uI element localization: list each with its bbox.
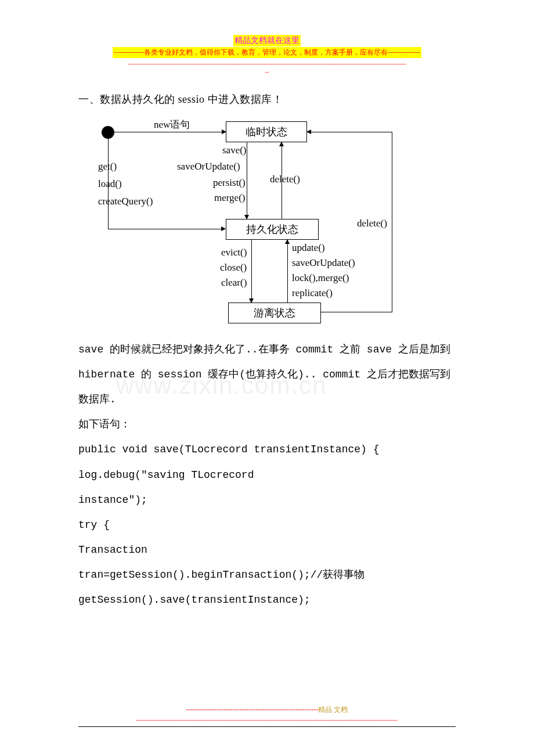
label-lock-merge: lock(),merge()	[292, 272, 349, 284]
box-detached-state: 游离状态	[228, 303, 321, 323]
state-diagram: new语句 临时状态 get() load() createQuery() sa…	[90, 120, 415, 323]
label-evict: evict()	[221, 247, 247, 258]
label-load: load()	[98, 178, 122, 190]
start-node-icon	[102, 126, 114, 139]
code-line: try {	[78, 513, 456, 538]
code-line: tran=getSession().beginTransaction();//获…	[78, 563, 456, 588]
body-content: save 的时候就已经把对象持久化了..在事务 commit 之前 save 之…	[78, 337, 456, 613]
label-update: update()	[292, 242, 325, 254]
code-line: instance");	[78, 488, 456, 513]
label-merge: merge()	[214, 192, 246, 204]
label-get: get()	[98, 161, 117, 172]
box-transient-state: 临时状态	[226, 121, 307, 142]
label-saveorupdate2: saveOrUpdate()	[292, 257, 355, 269]
code-line: public void save(TLocrecord transientIns…	[78, 437, 456, 462]
label-createquery: createQuery()	[98, 196, 153, 207]
label-new-stmt: new语句	[154, 118, 190, 131]
label-save: save()	[222, 145, 247, 156]
label-delete-inner: delete()	[270, 174, 300, 185]
box-persistent-state: 持久化状态	[226, 219, 319, 240]
code-line: log.debug("saving TLocrecord	[78, 463, 456, 488]
label-replicate: replicate()	[292, 287, 333, 299]
code-line: getSession().save(transientInstance);	[78, 588, 456, 613]
document-header: 精品文档就在这里 -------------各类专业好文档，值得你下载，教育，管…	[78, 35, 456, 76]
label-saveorupdate: saveOrUpdate()	[177, 161, 240, 172]
header-divider: ----------------------------------------…	[78, 59, 456, 76]
label-clear: clear()	[221, 277, 247, 289]
paragraph-intro: 如下语句：	[78, 412, 456, 437]
document-footer: ----------------------------------------…	[78, 705, 456, 727]
header-subtitle: -------------各类专业好文档，值得你下载，教育，管理，论文，制度，方…	[113, 47, 421, 58]
section-title: 一、数据从持久化的 sessio 中进入数据库！	[78, 92, 456, 106]
header-title: 精品文档就在这里	[233, 35, 301, 46]
code-line: Transaction	[78, 538, 456, 563]
label-close: close()	[220, 262, 247, 273]
label-persist: persist()	[213, 177, 246, 189]
label-delete-outer: delete()	[357, 218, 387, 229]
paragraph-explanation: save 的时候就已经把对象持久化了..在事务 commit 之前 save 之…	[78, 337, 456, 413]
